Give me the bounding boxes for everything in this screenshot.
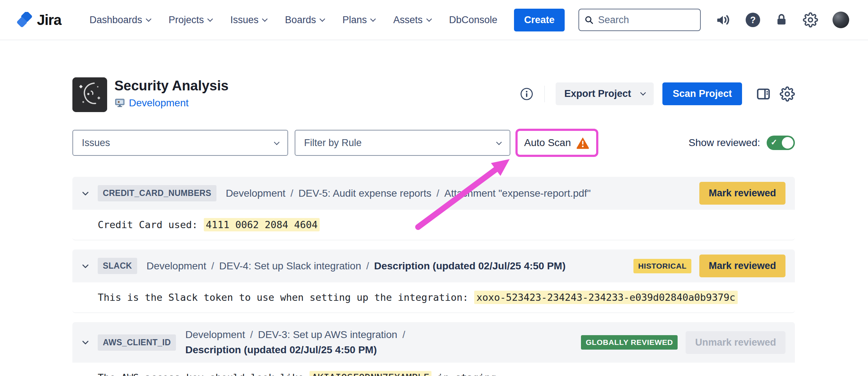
collapse-chevron-icon[interactable] — [82, 191, 89, 196]
historical-badge: HISTORICAL — [633, 259, 691, 273]
jira-logo-icon — [17, 12, 33, 28]
finding-header: AWS_CLIENT_ID Development / DEV-3: Set u… — [72, 322, 795, 363]
nav-item-dbconsole[interactable]: DbConsole — [449, 14, 498, 26]
breadcrumb-segment: DEV-4: Set up Slack integration — [219, 260, 361, 272]
nav-item-boards[interactable]: Boards — [285, 14, 324, 26]
chevron-down-icon — [370, 16, 376, 22]
filter-toolbar: Issues Filter by Rule Auto Scan Show rev… — [72, 129, 795, 157]
secret-highlight: AKIAIOSFODNN7EXAMPLE — [309, 371, 431, 376]
show-reviewed-toggle[interactable]: ✓ — [767, 136, 795, 150]
collapse-chevron-icon[interactable] — [82, 340, 89, 345]
breadcrumb-segment: Development — [226, 188, 286, 199]
help-button[interactable]: ? — [746, 13, 760, 27]
breadcrumb-segment: Description (updated 02/Jul/25 4:50 PM) — [185, 342, 377, 358]
page-title: Security Analysis — [114, 78, 228, 94]
nav-item-plans[interactable]: Plans — [342, 14, 375, 26]
export-project-button[interactable]: Export Project — [556, 82, 654, 105]
unmark-reviewed-button[interactable]: Unmark reviewed — [686, 331, 785, 354]
nav-label: Projects — [169, 14, 204, 26]
announcement-button[interactable] — [715, 12, 731, 28]
finding-text: Credit Card used: — [98, 219, 204, 230]
toggle-knob — [782, 137, 793, 149]
user-avatar[interactable] — [833, 12, 849, 28]
layout-view-button[interactable] — [756, 86, 771, 102]
breadcrumb-segment: Development — [185, 327, 245, 342]
finding-card-slack: SLACK Development / DEV-4: Set up Slack … — [72, 249, 795, 313]
rule-badge: AWS_CLIENT_ID — [98, 334, 176, 351]
filter-by-rule-select[interactable]: Filter by Rule — [295, 130, 510, 156]
create-button[interactable]: Create — [514, 9, 565, 31]
show-reviewed-label: Show reviewed: — [688, 137, 760, 149]
nav-label: Issues — [230, 14, 258, 26]
breadcrumb: Development / DEV-3: Set up AWS integrat… — [185, 327, 581, 358]
warning-icon — [576, 136, 590, 150]
gear-icon — [780, 86, 795, 102]
nav-label: DbConsole — [449, 14, 498, 26]
nav-label: Dashboards — [89, 14, 142, 26]
breadcrumb-segment: DEV-3: Set up AWS integration — [258, 327, 397, 342]
jira-logo[interactable]: Jira — [17, 12, 61, 28]
breadcrumb-row: Development / DEV-3: Set up AWS integrat… — [185, 327, 581, 342]
finding-header: CREDIT_CARD_NUMBERS Development / DEV-5:… — [72, 177, 795, 210]
search-icon — [584, 14, 594, 25]
development-project-icon — [114, 98, 125, 108]
finding-text: This is the Slack token to use when sett… — [98, 292, 474, 303]
project-breadcrumb: Development — [114, 97, 228, 109]
issues-select[interactable]: Issues — [72, 130, 288, 156]
project-header: Security Analysis Development — [72, 77, 795, 112]
export-project-label: Export Project — [564, 88, 631, 99]
chevron-down-icon — [496, 139, 502, 145]
finding-text: The AWS access key should look like — [98, 372, 309, 376]
collapse-chevron-icon[interactable] — [82, 264, 89, 269]
finding-card-aws: AWS_CLIENT_ID Development / DEV-3: Set u… — [72, 322, 795, 376]
lock-icon — [775, 13, 788, 27]
issues-select-value: Issues — [82, 137, 110, 149]
finding-card-credit-card: CREDIT_CARD_NUMBERS Development / DEV-5:… — [72, 177, 795, 240]
breadcrumb-segment: Description (updated 02/Jul/25 4:50 PM) — [374, 260, 566, 272]
megaphone-icon — [715, 12, 731, 28]
rule-badge: CREDIT_CARD_NUMBERS — [98, 185, 216, 201]
mark-reviewed-button[interactable]: Mark reviewed — [699, 182, 785, 205]
mark-reviewed-button[interactable]: Mark reviewed — [699, 255, 785, 277]
chevron-down-icon — [320, 16, 325, 22]
finding-content: The AWS access key should look like AKIA… — [72, 363, 795, 376]
breadcrumb-segment: Attachment "expense-report.pdf" — [444, 188, 591, 199]
auto-scan-control[interactable]: Auto Scan — [515, 129, 598, 157]
breadcrumb-separator: / — [437, 188, 439, 199]
secret-highlight: 4111 0062 2084 4604 — [204, 218, 320, 231]
finding-header: SLACK Development / DEV-4: Set up Slack … — [72, 249, 795, 282]
scan-project-button[interactable]: Scan Project — [662, 82, 742, 105]
chevron-down-icon — [262, 16, 268, 22]
primary-navigation: Dashboards Projects Issues Boards Plans … — [89, 14, 497, 26]
breadcrumb: Development / DEV-5: Audit expense repor… — [226, 188, 699, 199]
info-icon — [520, 87, 534, 101]
rule-select-value: Filter by Rule — [304, 137, 362, 149]
nav-item-dashboards[interactable]: Dashboards — [89, 14, 151, 26]
security-button[interactable] — [775, 13, 788, 27]
nav-label: Plans — [342, 14, 367, 26]
breadcrumb-separator: / — [366, 260, 369, 272]
finding-text: in staging. — [431, 372, 502, 376]
rule-badge: SLACK — [98, 258, 137, 274]
show-reviewed-control: Show reviewed: ✓ — [688, 136, 795, 150]
settings-button[interactable] — [803, 12, 818, 27]
breadcrumb-segment: DEV-5: Audit expense reports — [298, 188, 431, 199]
main-content: Security Analysis Development — [72, 77, 795, 376]
nav-item-issues[interactable]: Issues — [230, 14, 267, 26]
nav-item-assets[interactable]: Assets — [393, 14, 431, 26]
search-input[interactable] — [597, 14, 695, 26]
divider — [544, 86, 545, 102]
project-link[interactable]: Development — [129, 97, 189, 109]
auto-scan-label: Auto Scan — [524, 137, 571, 149]
info-button[interactable] — [520, 87, 534, 101]
project-settings-button[interactable] — [780, 86, 795, 102]
nav-item-projects[interactable]: Projects — [169, 14, 212, 26]
chevron-down-icon — [207, 16, 213, 22]
project-avatar-art — [72, 77, 107, 112]
breadcrumb-separator: / — [250, 327, 253, 342]
finding-content: This is the Slack token to use when sett… — [72, 282, 795, 313]
brand-name: Jira — [37, 12, 61, 28]
search-box[interactable] — [578, 9, 701, 31]
chevron-down-icon — [640, 90, 646, 96]
breadcrumb-separator: / — [211, 260, 214, 272]
